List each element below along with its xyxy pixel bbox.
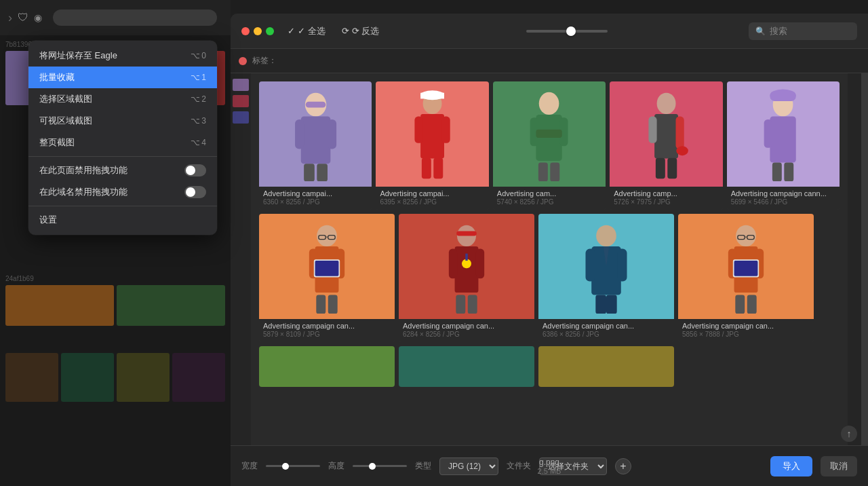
menu-shortcut-1: ⌥ 1: [191, 73, 206, 82]
image-card-11[interactable]: [399, 346, 534, 387]
menu-item-batch-collect[interactable]: 批量收藏 ⌥ 1: [28, 67, 217, 88]
image-name-5: Advertising campaign cann...: [731, 189, 835, 198]
image-meta-6: 5879 × 8109 / JPG: [263, 331, 391, 338]
svg-rect-43: [328, 295, 338, 314]
svg-rect-19: [536, 130, 562, 138]
image-card-6[interactable]: Advertising campaign can... 5879 × 8109 …: [259, 214, 395, 342]
image-card-1[interactable]: Advertising campai... 6360 × 8256 / JPG: [259, 81, 372, 210]
person-svg-3: [504, 87, 594, 182]
svg-rect-49: [449, 248, 457, 278]
image-name-1: Advertising campai...: [263, 189, 368, 198]
width-slider-thumb: [282, 463, 289, 470]
toggle-drag-domain[interactable]: [184, 186, 206, 198]
person-svg-4: [621, 87, 711, 182]
tags-bar: 标签：: [231, 49, 868, 73]
svg-rect-10: [442, 116, 450, 143]
type-select[interactable]: JPG (12): [439, 457, 498, 475]
scroll-up-button[interactable]: ↑: [841, 426, 857, 442]
image-meta-8: 6386 × 8256 / JPG: [542, 331, 670, 338]
menu-item-disable-drag-page[interactable]: 在此页面禁用拖拽功能: [28, 160, 217, 181]
file-size-label: 2.5 MB: [538, 467, 561, 475]
invert-button[interactable]: ⟳ ⟳ 反选: [336, 22, 385, 40]
image-card-5[interactable]: Advertising campaign cann... 5699 × 5466…: [727, 81, 840, 210]
image-card-8[interactable]: Advertising campaign can... 6386 × 8256 …: [538, 214, 674, 342]
color-dot-red[interactable]: [239, 57, 247, 65]
svg-rect-12: [433, 157, 443, 179]
menu-item-region-screenshot[interactable]: 选择区域截图 ⌥ 2: [28, 88, 217, 110]
image-card-4[interactable]: Advertising camp... 5726 × 7975 / JPG: [610, 81, 722, 210]
svg-rect-54: [468, 295, 477, 314]
sidebar-thumb-1[interactable]: [233, 79, 249, 91]
menu-item-save-url-label: 将网址保存至 Eagle: [39, 50, 191, 62]
svg-point-56: [596, 225, 616, 246]
check-icon: ✓: [288, 26, 295, 36]
main-window: ✓ ✓ 全选 ⟳ ⟳ 反选 🔍 搜索 标签：: [231, 14, 868, 486]
height-slider[interactable]: [353, 465, 407, 467]
search-input[interactable]: 搜索: [770, 25, 787, 37]
cancel-button[interactable]: 取消: [821, 456, 857, 476]
svg-rect-6: [305, 102, 326, 108]
folder-label: 文件夹: [507, 460, 531, 472]
add-folder-button[interactable]: +: [615, 458, 631, 474]
option-key-0: ⌥: [191, 51, 200, 60]
svg-rect-20: [538, 162, 548, 181]
minimize-button[interactable]: [254, 27, 262, 35]
zoom-slider-area: [390, 30, 743, 33]
person-svg-7: [412, 219, 521, 314]
left-sidebar: [231, 73, 251, 445]
tags-label: 标签：: [252, 55, 277, 67]
maximize-button[interactable]: [266, 27, 274, 35]
menu-item-disable-drag-domain[interactable]: 在此域名禁用拖拽功能: [28, 181, 217, 203]
image-grid: Advertising campai... 6360 × 8256 / JPG: [251, 73, 848, 445]
menu-item-region-screenshot-label: 选择区域截图: [39, 93, 191, 105]
image-thumb-3: [493, 81, 606, 187]
sidebar-thumb-2[interactable]: [233, 95, 249, 107]
width-slider[interactable]: [266, 465, 320, 467]
invert-icon: ⟳: [342, 26, 349, 36]
height-slider-thumb: [369, 463, 376, 470]
menu-item-visible-screenshot-label: 可视区域截图: [39, 115, 191, 127]
image-thumb-6: [259, 214, 395, 319]
image-card-2[interactable]: Advertising campai... 6395 × 8256 / JPG: [376, 81, 488, 210]
menu-item-save-url[interactable]: 将网址保存至 Eagle ⌥ 0: [28, 45, 217, 67]
image-meta-9: 5856 × 7888 / JPG: [682, 331, 810, 338]
menu-item-disable-drag-domain-label: 在此域名禁用拖拽功能: [39, 186, 184, 198]
person-svg-5: [738, 87, 828, 182]
search-icon: 🔍: [755, 26, 766, 36]
svg-rect-33: [770, 92, 796, 101]
image-thumb-5: [727, 81, 840, 187]
select-all-button[interactable]: ✓ ✓ 全选: [282, 22, 331, 40]
menu-item-fullpage-screenshot[interactable]: 整页截图 ⌥ 4: [28, 132, 217, 153]
file-info: g.png 2.5 MB: [538, 457, 561, 475]
image-card-12[interactable]: [538, 346, 674, 387]
sidebar-thumb-3[interactable]: [233, 111, 249, 124]
image-card-7[interactable]: Advertising campaign can... 6284 × 8256 …: [399, 214, 534, 342]
toggle-drag-page[interactable]: [184, 164, 206, 176]
menu-item-visible-screenshot[interactable]: 可视区域截图 ⌥ 3: [28, 110, 217, 132]
option-key-1: ⌥: [191, 73, 200, 82]
zoom-slider[interactable]: [526, 30, 608, 33]
menu-item-settings[interactable]: 设置: [28, 209, 217, 231]
menu-shortcut-3: ⌥ 3: [191, 116, 206, 126]
search-bar[interactable]: 🔍 搜索: [749, 22, 857, 40]
svg-rect-11: [422, 157, 431, 179]
image-meta-2: 6395 × 8256 / JPG: [380, 198, 484, 206]
image-thumb-4: [610, 81, 722, 187]
image-thumb-12: [538, 346, 674, 387]
close-button[interactable]: [241, 27, 250, 35]
image-card-10[interactable]: [259, 346, 395, 387]
svg-rect-34: [772, 162, 782, 181]
image-card-9[interactable]: Advertising campaign can... 5856 × 7888 …: [678, 214, 814, 342]
import-button[interactable]: 导入: [770, 456, 812, 476]
svg-rect-53: [456, 295, 465, 314]
chevron-right-icon[interactable]: ›: [8, 11, 12, 25]
svg-rect-35: [785, 162, 794, 181]
svg-point-22: [656, 92, 675, 113]
menu-shortcut-4: ⌥ 4: [191, 138, 206, 147]
image-info-3: Advertising cam... 5740 × 8256 / JPG: [493, 187, 606, 210]
svg-point-63: [736, 225, 756, 246]
url-bar[interactable]: [53, 10, 217, 26]
context-menu: 将网址保存至 Eagle ⌥ 0 批量收藏 ⌥ 1 选择区域截图 ⌥ 2 可视区…: [28, 41, 217, 235]
menu-divider-2: [28, 206, 217, 206]
image-card-3[interactable]: Advertising cam... 5740 × 8256 / JPG: [493, 81, 606, 210]
